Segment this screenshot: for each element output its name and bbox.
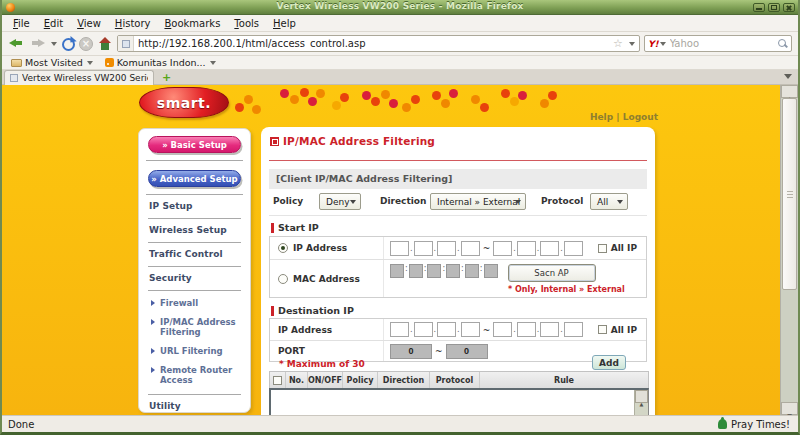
mac-octet-input[interactable] <box>390 264 404 278</box>
search-input[interactable] <box>667 38 777 49</box>
scan-ap-button[interactable]: Sacn AP <box>508 264 596 282</box>
page-favicon <box>118 36 134 51</box>
ip-address-radio[interactable] <box>278 243 288 253</box>
mac-octet-input[interactable] <box>427 264 441 278</box>
policy-select[interactable]: Deny <box>319 193 361 210</box>
browser-scrollbar[interactable] <box>780 85 798 415</box>
mac-octet-input[interactable] <box>409 264 423 278</box>
section-square-icon <box>270 137 279 146</box>
logout-link[interactable]: Logout <box>623 112 658 122</box>
menu-help[interactable]: Help <box>266 17 303 30</box>
select-all-checkbox[interactable] <box>273 376 282 385</box>
yahoo-engine-icon[interactable]: Y! <box>648 39 659 49</box>
rule-list-scrollbar[interactable] <box>634 390 648 415</box>
scroll-up-icon[interactable] <box>635 390 648 403</box>
menu-edit[interactable]: Edit <box>37 17 70 30</box>
menu-view[interactable]: View <box>70 17 108 30</box>
sidebar-subitem-remote-router-access[interactable]: Remote Router Access <box>148 361 241 390</box>
dest-ip-octet-input[interactable] <box>414 322 433 337</box>
dest-ip-octet-input[interactable] <box>517 322 536 337</box>
search-bar[interactable]: Y! <box>644 35 792 52</box>
sidebar-item-wireless-setup[interactable]: Wireless Setup <box>148 219 241 243</box>
tab-favicon <box>10 74 18 82</box>
reload-icon[interactable] <box>62 38 75 51</box>
new-tab-button[interactable]: + <box>162 71 171 84</box>
port-to-input[interactable] <box>446 344 488 359</box>
close-button[interactable] <box>783 3 795 12</box>
mac-octet-input[interactable] <box>446 264 460 278</box>
history-dropdown-icon[interactable] <box>50 35 58 52</box>
dest-ip-octet-input[interactable] <box>564 322 583 337</box>
sidebar-subitem-firewall[interactable]: Firewall <box>148 294 241 313</box>
rule-list[interactable] <box>269 388 649 415</box>
pray-times-addon[interactable]: Pray Times! <box>718 416 790 432</box>
search-icon[interactable] <box>777 38 788 49</box>
start-ip-octet-input[interactable] <box>414 241 433 256</box>
range-tilde: ~ <box>480 243 494 253</box>
start-ip-octet-input[interactable] <box>390 241 409 256</box>
advanced-setup-button[interactable]: » Advanced Setup <box>148 170 241 187</box>
stop-icon[interactable] <box>79 37 93 51</box>
url-input[interactable] <box>134 38 613 49</box>
add-button[interactable]: Add <box>592 355 626 370</box>
menu-file[interactable]: File <box>6 17 37 30</box>
url-bar[interactable] <box>117 35 640 52</box>
maximize-button[interactable] <box>768 3 780 12</box>
menu-history[interactable]: History <box>108 17 158 30</box>
start-ip-octet-input[interactable] <box>564 241 583 256</box>
list-tabs-icon[interactable] <box>784 74 792 79</box>
feed-bookmark[interactable]: Komunitas Indon... <box>102 57 221 68</box>
sidebar-item-ip-setup[interactable]: IP Setup <box>148 195 241 219</box>
sidebar-subitem-url-filtering[interactable]: URL Filtering <box>148 342 241 361</box>
mac-octet-input[interactable] <box>484 264 498 278</box>
port-from-input[interactable] <box>390 344 432 359</box>
active-tab[interactable]: Vertex Wireless VW200 Series <box>4 70 154 85</box>
dest-ip-octet-input[interactable] <box>493 322 512 337</box>
sidebar-item-security[interactable]: Security <box>148 267 241 291</box>
sidebar-subitem-ip-mac-filtering[interactable]: IP/MAC Address Filtering <box>148 313 241 342</box>
start-ip-octet-input[interactable] <box>517 241 536 256</box>
home-icon[interactable] <box>97 36 113 52</box>
search-engine-dropdown-icon[interactable] <box>659 35 667 52</box>
mac-address-radio[interactable] <box>278 274 288 284</box>
minimize-button[interactable] <box>753 3 765 12</box>
mac-octet-input[interactable] <box>465 264 479 278</box>
scroll-down-icon[interactable] <box>781 402 798 415</box>
folder-icon <box>11 59 22 67</box>
start-all-ip-checkbox[interactable] <box>598 244 607 253</box>
menu-bookmarks[interactable]: Bookmarks <box>157 17 227 30</box>
start-ip-octet-input[interactable] <box>461 241 480 256</box>
start-ip-octet-input[interactable] <box>540 241 559 256</box>
dest-ip-octet-input[interactable] <box>390 322 409 337</box>
most-visited-bookmark[interactable]: Most Visited <box>8 57 98 68</box>
browser-window: Vertex Wireless VW200 Series - Mozilla F… <box>0 0 800 435</box>
col-policy: Policy <box>343 372 378 388</box>
back-icon[interactable] <box>8 35 25 52</box>
url-dropdown-icon[interactable] <box>627 36 639 51</box>
sidebar-item-traffic-control[interactable]: Traffic Control <box>148 243 241 267</box>
dest-ip-octet-input[interactable] <box>540 322 559 337</box>
menu-tools[interactable]: Tools <box>227 17 266 30</box>
page-title: IP/MAC Address Filtering <box>283 135 435 147</box>
scrollbar-thumb[interactable] <box>782 98 797 290</box>
direction-select[interactable]: Internal » External <box>430 193 526 210</box>
status-text: Done <box>2 419 34 430</box>
port-row: PORT ~ <box>270 340 646 361</box>
dest-ip-octet-input[interactable] <box>437 322 456 337</box>
basic-setup-button[interactable]: » Basic Setup <box>148 136 241 153</box>
sidebar-item-utility[interactable]: Utility <box>148 395 241 415</box>
page-viewport: smart. Help | Logout » Basic Setup » Adv… <box>2 85 798 415</box>
bookmark-star-icon[interactable] <box>613 36 627 51</box>
dest-ip-octet-input[interactable] <box>461 322 480 337</box>
dest-all-ip-checkbox[interactable] <box>598 325 607 334</box>
protocol-select[interactable]: All <box>590 193 628 210</box>
nav-toolbar: Y! <box>2 32 798 56</box>
status-bar: Done Pray Times! <box>2 415 798 432</box>
scroll-up-icon[interactable] <box>781 85 798 98</box>
col-rule: Rule <box>480 372 648 388</box>
start-ip-octet-input[interactable] <box>493 241 512 256</box>
start-ip-octet-input[interactable] <box>437 241 456 256</box>
help-link[interactable]: Help <box>590 112 613 122</box>
forward-icon[interactable] <box>29 35 46 52</box>
maximum-note: * Maximum of 30 <box>279 359 365 369</box>
